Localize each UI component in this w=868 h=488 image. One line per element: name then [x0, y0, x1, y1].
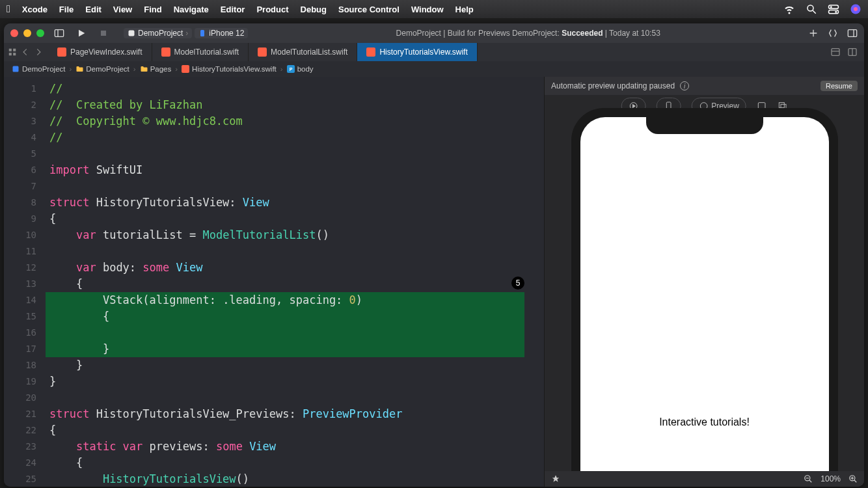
preview-footer: 100%	[545, 471, 864, 487]
device-frame: Interactive tutorials!	[571, 108, 838, 471]
adjust-editor-icon[interactable]	[830, 47, 841, 57]
back-button[interactable]	[21, 47, 30, 57]
svg-line-45	[854, 480, 857, 483]
menu-source-control[interactable]: Source Control	[338, 5, 400, 14]
svg-rect-24	[832, 49, 839, 56]
scheme-selector[interactable]: DemoProject› iPhone 12	[124, 28, 248, 38]
svg-rect-14	[848, 30, 856, 37]
tab-modeltutorial[interactable]: ModelTutorial.swift	[152, 43, 249, 61]
preview-canvas[interactable]: Preview Interactive tutorials!	[545, 95, 864, 471]
resume-button[interactable]: Resume	[821, 81, 858, 91]
run-button[interactable]	[74, 26, 88, 40]
tab-modeltutoriallist[interactable]: ModelTutorialList.swift	[249, 43, 357, 61]
code-editor[interactable]: 5 12345678910111213141516171819202122232…	[4, 77, 544, 487]
svg-rect-17	[9, 53, 12, 55]
menubar-app-name[interactable]: Xcode	[22, 5, 47, 14]
svg-rect-21	[161, 47, 170, 57]
add-editor-icon[interactable]	[847, 47, 858, 57]
menu-debug[interactable]: Debug	[301, 5, 327, 14]
preview-settings-icon[interactable]	[568, 474, 577, 483]
device-notch	[646, 117, 763, 134]
line-gutter: 1234567891011121314151617181920212223242…	[4, 81, 46, 487]
svg-rect-16	[9, 49, 12, 51]
navigator-toggle-button[interactable]	[52, 26, 66, 40]
status-result: Succeeded	[562, 29, 603, 38]
scheme-device-label: iPhone 12	[209, 29, 244, 38]
svg-rect-37	[780, 103, 785, 108]
code-content[interactable]: // // Created by LiFazhan // Copyright ©…	[49, 81, 544, 487]
xcode-window: DemoProject› iPhone 12 DemoProject | Bui…	[4, 23, 864, 487]
window-titlebar: DemoProject› iPhone 12 DemoProject | Bui…	[4, 23, 864, 43]
svg-rect-8	[55, 30, 63, 37]
svg-marker-10	[79, 30, 85, 37]
macos-menubar:  Xcode File Edit View Find Navigate Edi…	[0, 0, 868, 18]
svg-point-5	[835, 11, 837, 13]
library-button[interactable]	[828, 28, 838, 38]
svg-text:P: P	[289, 67, 292, 72]
tab-label: ModelTutorialList.swift	[271, 47, 347, 57]
svg-line-41	[809, 480, 812, 483]
crumb-folder-demoproject[interactable]: DemoProject	[73, 65, 131, 73]
crumb-project[interactable]: DemoProject	[9, 65, 68, 73]
inspector-toggle-button[interactable]	[847, 28, 858, 38]
menu-find[interactable]: Find	[144, 5, 161, 14]
add-button[interactable]	[808, 28, 819, 38]
crumb-folder-pages[interactable]: Pages	[137, 65, 174, 73]
pin-preview-icon[interactable]	[551, 474, 560, 483]
svg-line-1	[813, 10, 816, 14]
canvas-preview-pane: Automatic preview updating paused i Resu…	[544, 77, 864, 487]
editor-options-icon[interactable]	[813, 47, 824, 57]
menu-file[interactable]: File	[59, 5, 74, 14]
related-items-icon[interactable]	[8, 47, 17, 57]
preview-banner: Automatic preview updating paused i Resu…	[545, 77, 864, 95]
zoom-out-icon[interactable]	[804, 474, 813, 483]
info-icon[interactable]: i	[680, 81, 689, 90]
svg-rect-29	[182, 65, 189, 73]
tab-label: HistoryTutorialsView.swift	[379, 47, 467, 57]
menu-product[interactable]: Product	[256, 5, 288, 14]
tab-label: PageViewIndex.swift	[70, 47, 142, 57]
crumb-symbol-body[interactable]: Pbody	[284, 65, 316, 73]
apple-icon[interactable]: 	[7, 3, 10, 15]
menu-navigate[interactable]: Navigate	[174, 5, 209, 14]
svg-marker-33	[632, 104, 635, 107]
zoom-level[interactable]: 100%	[821, 474, 841, 483]
traffic-lights	[10, 29, 44, 37]
control-center-icon[interactable]	[828, 3, 839, 15]
svg-rect-20	[57, 47, 66, 57]
jumpbar[interactable]: DemoProject› DemoProject› Pages› History…	[4, 61, 864, 77]
crumb-file[interactable]: HistoryTutorialsView.swift	[179, 65, 279, 73]
preview-text: Interactive tutorials!	[580, 416, 829, 428]
activity-status: DemoProject | Build for Previews DemoPro…	[256, 29, 800, 38]
maximize-button[interactable]	[36, 29, 44, 37]
wifi-icon[interactable]	[783, 3, 795, 15]
siri-icon[interactable]	[850, 3, 861, 15]
scheme-project-label: DemoProject	[138, 29, 183, 38]
editor-split: 5 12345678910111213141516171819202122232…	[4, 77, 864, 487]
tab-pageviewindex[interactable]: PageViewIndex.swift	[48, 43, 152, 61]
close-button[interactable]	[10, 29, 18, 37]
svg-point-7	[854, 7, 858, 11]
editor-tabbar: PageViewIndex.swift ModelTutorial.swift …	[4, 43, 864, 61]
menu-editor[interactable]: Editor	[221, 5, 245, 14]
stop-button[interactable]	[96, 26, 111, 40]
svg-rect-12	[129, 31, 135, 36]
tab-historytutorialsview[interactable]: HistoryTutorialsView.swift	[357, 43, 477, 61]
minimize-button[interactable]	[23, 29, 31, 37]
svg-rect-13	[200, 30, 204, 36]
forward-button[interactable]	[34, 47, 43, 57]
svg-rect-19	[13, 53, 16, 55]
svg-rect-11	[101, 31, 106, 36]
svg-point-0	[807, 5, 813, 11]
zoom-in-icon[interactable]	[848, 474, 858, 483]
svg-rect-22	[258, 47, 267, 57]
tab-label: ModelTutorial.swift	[174, 47, 239, 57]
spotlight-icon[interactable]	[806, 3, 817, 15]
menu-help[interactable]: Help	[455, 5, 474, 14]
menu-window[interactable]: Window	[411, 5, 444, 14]
svg-rect-28	[13, 66, 19, 72]
status-prefix: DemoProject | Build for Previews DemoPro…	[396, 29, 560, 38]
svg-point-4	[830, 6, 832, 8]
menu-view[interactable]: View	[113, 5, 132, 14]
menu-edit[interactable]: Edit	[85, 5, 102, 14]
